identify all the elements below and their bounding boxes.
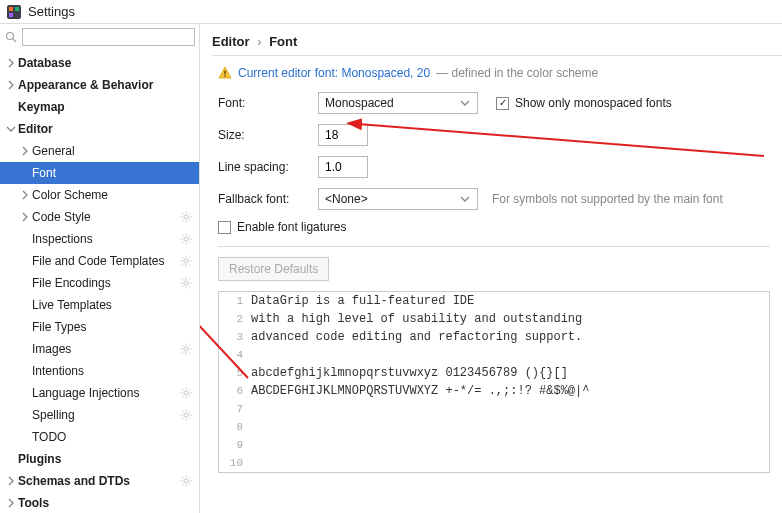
tree-item[interactable]: Tools <box>0 492 199 513</box>
svg-point-4 <box>7 33 14 40</box>
line-number: 6 <box>219 385 251 397</box>
fallback-font-select[interactable]: <None> <box>318 188 478 210</box>
chevron-down-icon <box>459 97 471 109</box>
svg-line-20 <box>182 235 183 236</box>
line-number: 10 <box>219 457 251 469</box>
tree-item[interactable]: General <box>0 140 199 162</box>
breadcrumb: Editor › Font <box>212 30 782 55</box>
tree-item[interactable]: Live Templates <box>0 294 199 316</box>
svg-line-66 <box>189 418 190 419</box>
tree-item-label: Database <box>18 56 193 70</box>
svg-rect-2 <box>15 7 19 11</box>
svg-point-24 <box>184 259 188 263</box>
current-font-link[interactable]: Current editor font: Monospaced, 20 <box>238 66 430 80</box>
line-spacing-label: Line spacing: <box>218 160 318 174</box>
warning-icon <box>218 66 232 80</box>
gear-icon <box>179 232 193 246</box>
tree-item[interactable]: File Types <box>0 316 199 338</box>
tree-item[interactable]: Intentions <box>0 360 199 382</box>
tree-item[interactable]: Language Injections <box>0 382 199 404</box>
chevron-right-icon <box>18 210 32 224</box>
tree-item[interactable]: Keymap <box>0 96 199 118</box>
restore-defaults-button[interactable]: Restore Defaults <box>218 257 329 281</box>
tree-item[interactable]: Images <box>0 338 199 360</box>
svg-line-40 <box>182 286 183 287</box>
current-font-suffix: — defined in the color scheme <box>436 66 598 80</box>
svg-line-38 <box>182 279 183 280</box>
line-number: 5 <box>219 367 251 379</box>
tree-item-label: File Types <box>32 320 193 334</box>
line-number: 1 <box>219 295 251 307</box>
show-monospaced-checkbox[interactable]: ✓ Show only monospaced fonts <box>496 96 672 110</box>
checkbox-box <box>218 221 231 234</box>
svg-rect-3 <box>9 13 13 17</box>
search-icon <box>4 30 18 44</box>
tree-item[interactable]: Spelling <box>0 404 199 426</box>
search-input[interactable] <box>22 28 195 46</box>
svg-rect-79 <box>224 75 225 76</box>
chevron-right-icon <box>18 188 32 202</box>
chevron-right-icon <box>18 144 32 158</box>
svg-line-67 <box>182 418 183 419</box>
tree-item[interactable]: TODO <box>0 426 199 448</box>
preview-line: 3advanced code editing and refactoring s… <box>219 328 769 346</box>
preview-line: 2with a high level of usability and outs… <box>219 310 769 328</box>
preview-text: with a high level of usability and outst… <box>251 312 582 326</box>
svg-line-65 <box>182 411 183 412</box>
svg-line-21 <box>189 242 190 243</box>
svg-line-5 <box>13 39 16 42</box>
content-panel: Editor › Font Current editor font: Monos… <box>200 24 782 513</box>
tree-item[interactable]: Font <box>0 162 199 184</box>
tree-item[interactable]: Database <box>0 52 199 74</box>
tree-item-label: Plugins <box>18 452 193 466</box>
svg-line-29 <box>182 257 183 258</box>
tree-item[interactable]: File and Code Templates <box>0 250 199 272</box>
tree-item[interactable]: Plugins <box>0 448 199 470</box>
tree-item-label: Editor <box>18 122 193 136</box>
tree-item-label: Language Injections <box>32 386 175 400</box>
svg-line-75 <box>189 484 190 485</box>
tree-item[interactable]: Appearance & Behavior <box>0 74 199 96</box>
line-number: 4 <box>219 349 251 361</box>
svg-line-50 <box>189 345 190 346</box>
chevron-right-icon <box>4 56 18 70</box>
gear-icon <box>179 254 193 268</box>
settings-tree: DatabaseAppearance & BehaviorKeymapEdito… <box>0 50 199 513</box>
svg-line-76 <box>182 484 183 485</box>
gear-icon <box>179 276 193 290</box>
tree-item[interactable]: Color Scheme <box>0 184 199 206</box>
preview-line: 9 <box>219 436 769 454</box>
tree-item[interactable]: Code Style <box>0 206 199 228</box>
breadcrumb-sep: › <box>257 34 261 49</box>
font-select[interactable]: Monospaced <box>318 92 478 114</box>
font-preview[interactable]: 1DataGrip is a full-featured IDE2with a … <box>218 291 770 473</box>
tree-item[interactable]: Editor <box>0 118 199 140</box>
chevron-down-icon <box>4 122 18 136</box>
tree-item-label: File and Code Templates <box>32 254 175 268</box>
svg-point-51 <box>184 391 188 395</box>
svg-line-13 <box>182 220 183 221</box>
tree-item[interactable]: File Encodings <box>0 272 199 294</box>
preview-line: 1DataGrip is a full-featured IDE <box>219 292 769 310</box>
tree-item[interactable]: Inspections <box>0 228 199 250</box>
svg-point-42 <box>184 347 188 351</box>
svg-line-49 <box>182 352 183 353</box>
line-spacing-input[interactable] <box>318 156 368 178</box>
svg-line-68 <box>189 411 190 412</box>
size-input[interactable] <box>318 124 368 146</box>
gear-icon <box>179 408 193 422</box>
current-font-notice: Current editor font: Monospaced, 20 — de… <box>218 66 770 80</box>
svg-line-23 <box>189 235 190 236</box>
chevron-right-icon <box>4 78 18 92</box>
svg-line-56 <box>182 389 183 390</box>
gear-icon <box>179 386 193 400</box>
chevron-right-icon <box>4 474 18 488</box>
svg-point-33 <box>184 281 188 285</box>
chevron-down-icon <box>459 193 471 205</box>
tree-item[interactable]: Schemas and DTDs <box>0 470 199 492</box>
ligatures-checkbox[interactable]: Enable font ligatures <box>218 220 346 234</box>
ligatures-label: Enable font ligatures <box>237 220 346 234</box>
svg-line-31 <box>182 264 183 265</box>
size-label: Size: <box>218 128 318 142</box>
tree-item-label: Keymap <box>18 100 193 114</box>
